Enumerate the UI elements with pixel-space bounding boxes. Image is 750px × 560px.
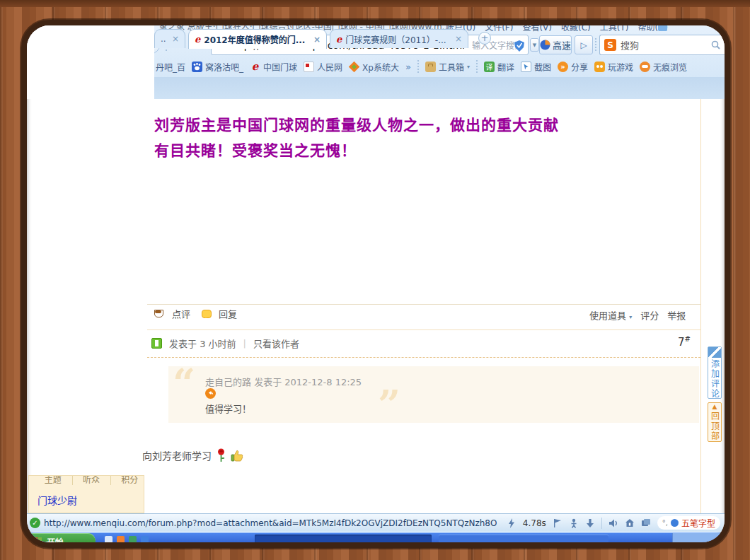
taskbar: 开始 — [27, 532, 725, 548]
back-to-top-label: 回顶部 — [709, 412, 721, 441]
stat-audience[interactable]: 听众 — [72, 475, 100, 485]
speed-mode-label: 高速 — [553, 38, 571, 52]
sogou-search-input[interactable]: 搜狗 — [621, 38, 707, 52]
post-action-row: 点评 回复 — [154, 307, 237, 320]
add-comment-widget[interactable]: 添加评论 — [708, 346, 722, 399]
windows-logo-icon — [34, 537, 42, 545]
stat-credits[interactable]: 积分 — [110, 475, 138, 485]
share-icon: » — [558, 62, 568, 72]
comment-link[interactable]: 点评 — [172, 307, 190, 320]
tab-close-icon[interactable]: × — [172, 34, 179, 44]
author-rank[interactable]: 门球少尉 — [38, 493, 77, 507]
browser-window: 家之家 总版主·门球狂人·门球综合讨论区-中国门球网 - 中国门球网|www.m… — [21, 20, 730, 548]
chevron-down-icon: ▾ — [467, 64, 470, 70]
sogou-search-box[interactable]: S 搜狗 — [599, 35, 725, 55]
quote-block: “ 走自己的路 发表于 2012-12-8 12:25 值得学习！ ” — [168, 366, 699, 423]
signature-row: 向刘芳老师学习 — [142, 448, 243, 462]
quick-launch-icon[interactable] — [117, 536, 125, 544]
screenshot-icon — [521, 62, 531, 72]
toolbar-separator — [417, 60, 419, 73]
share-button[interactable]: » 分享 — [558, 61, 588, 73]
tab-label: .. — [161, 34, 166, 44]
blank-overlay — [27, 25, 154, 99]
bookmark-danba[interactable]: 丹吧_百 — [156, 61, 185, 73]
download-arrow-icon[interactable] — [585, 518, 595, 528]
post-action-row-right: 使用道具 ▾ 评分 举报 — [589, 308, 686, 322]
screenshot-button[interactable]: 截图 — [521, 61, 551, 73]
rose-icon — [216, 448, 226, 462]
use-tool-label: 使用道具 — [589, 310, 626, 321]
start-label: 开始 — [45, 535, 62, 547]
chevron-down-icon: ▾ — [629, 314, 632, 320]
skin-icon[interactable] — [658, 24, 667, 31]
menu-view[interactable]: 查看(V) — [522, 21, 552, 33]
bookmark-menqiu[interactable]: e 中国门球 — [250, 61, 297, 73]
tab-active[interactable]: e 2012年度值得称赞的门... × — [188, 29, 327, 49]
start-button[interactable]: 开始 — [27, 533, 96, 548]
taskbar-button[interactable] — [439, 535, 608, 546]
tab-close-icon[interactable]: × — [313, 35, 321, 45]
screenshot-label: 截图 — [534, 61, 551, 73]
tab-partial[interactable]: .. × — [154, 29, 185, 48]
floor-hash: # — [685, 335, 691, 343]
post-body-line2: 有目共睹！受褒奖当之无愧！ — [154, 139, 357, 160]
baidu-paw-icon — [192, 62, 202, 72]
translate-button[interactable]: 译 翻译 — [484, 61, 514, 73]
use-tool-link[interactable]: 使用道具 ▾ — [589, 308, 632, 322]
bookmark-xp[interactable]: Xp系统大 — [349, 61, 399, 73]
pencil-icon — [708, 347, 721, 358]
stat-threads[interactable]: 主题 — [35, 475, 62, 485]
incognito-icon — [640, 62, 650, 72]
address-history-dropdown[interactable]: ▼ — [530, 38, 539, 52]
menu-favorites[interactable]: 收藏(C) — [561, 21, 591, 33]
toolbox-button[interactable]: 工具箱 ▾ — [425, 61, 470, 73]
signature-text: 向刘芳老师学习 — [142, 448, 212, 462]
quick-launch-icon[interactable] — [141, 536, 149, 544]
rate-link[interactable]: 评分 — [640, 308, 659, 322]
toolbox-icon — [425, 62, 436, 72]
new-tab-button[interactable]: + — [478, 32, 491, 45]
security-shield-icon[interactable] — [514, 40, 524, 52]
incognito-button[interactable]: 无痕浏览 — [640, 61, 687, 73]
report-link[interactable]: 举报 — [667, 308, 686, 322]
quick-launch-icon[interactable] — [105, 536, 112, 544]
search-magnifier-icon[interactable] — [711, 40, 720, 49]
status-bar-right: 4.78s °, 五笔字型 — [507, 516, 720, 530]
person-icon[interactable] — [569, 518, 579, 528]
quote-close-mark: ” — [378, 385, 400, 424]
toolbar-separator — [476, 60, 478, 73]
quick-launch-icon[interactable] — [129, 536, 137, 544]
speed-mode-button[interactable]: 高速 — [539, 35, 572, 54]
games-label: 玩游戏 — [608, 61, 633, 73]
system-tray — [672, 533, 725, 548]
only-author-link[interactable]: 只看该作者 — [253, 337, 299, 350]
ime-indicator[interactable]: °, 五笔字型 — [657, 516, 720, 530]
meta-divider: | — [243, 338, 246, 349]
quote-reply-icon[interactable] — [205, 388, 216, 399]
quote-open-mark: “ — [173, 363, 195, 403]
tab-close-icon[interactable]: × — [455, 34, 462, 44]
post-meta-row: 发表于 3 小时前 | 只看该作者 — [151, 337, 299, 350]
reply-link[interactable]: 回复 — [219, 307, 237, 320]
xp-system-icon — [349, 62, 359, 72]
tab-label: 门球竞赛规则（2011）-... — [345, 33, 446, 45]
post-separator — [147, 329, 700, 330]
sogou-logo-icon: S — [604, 39, 616, 51]
speaker-icon[interactable] — [608, 518, 618, 528]
load-time: 4.78s — [523, 518, 546, 528]
go-button[interactable]: ▷ — [575, 35, 593, 54]
windows-panel-icon[interactable] — [641, 518, 651, 528]
tab-rules[interactable]: e 门球竞赛规则（2011）-... × — [330, 29, 468, 48]
tab-label: 2012年度值得称赞的门... — [204, 33, 305, 45]
menu-tools[interactable]: 工具(T) — [600, 21, 629, 33]
bookmark-woluogu[interactable]: 窝洛沽吧_ — [192, 61, 243, 73]
flag-icon[interactable] — [553, 518, 562, 528]
divider — [147, 304, 700, 305]
bookmarks-overflow-chevron[interactable]: » — [405, 62, 411, 72]
taskbar-button-active[interactable] — [255, 535, 432, 546]
games-button[interactable]: 玩游戏 — [594, 61, 633, 73]
adblock-home-icon[interactable] — [625, 518, 635, 528]
bookmark-people[interactable]: 人民网 — [304, 61, 342, 73]
back-to-top-widget[interactable]: ▲ 回顶部 — [708, 402, 722, 442]
menu-file[interactable]: 文件(F) — [485, 21, 513, 33]
